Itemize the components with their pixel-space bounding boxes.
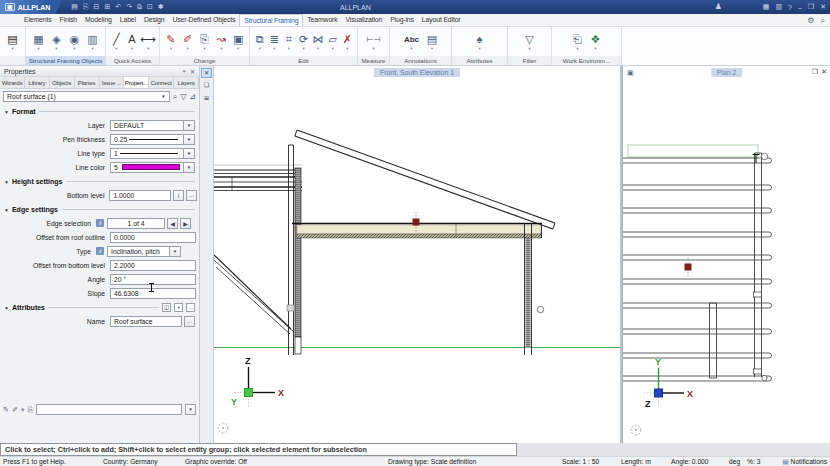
tab-connect[interactable]: Connect xyxy=(149,77,174,88)
distribute-icon[interactable]: ≣▼ xyxy=(268,32,282,51)
status-percent[interactable]: %: 3 xyxy=(747,458,760,465)
edge-selection-input[interactable]: 1 of 4 xyxy=(107,218,165,229)
view-float-button[interactable]: ❏ xyxy=(201,81,212,91)
modify-curve-icon[interactable]: ↝▼ xyxy=(213,32,229,51)
viewport-maximize-icon[interactable]: ❐ xyxy=(812,68,818,76)
section-edge-settings[interactable]: ▼Edge settings xyxy=(0,203,199,216)
status-angle-unit[interactable]: deg xyxy=(729,458,740,465)
pen-dropdown-button[interactable]: ▼ xyxy=(184,134,195,145)
minimize-button[interactable]: – xyxy=(798,4,802,11)
elevation-drawing[interactable]: Z X Y xyxy=(214,66,620,443)
stretch-icon[interactable]: ▱▼ xyxy=(326,32,340,51)
truss-icon[interactable]: ◉▼ xyxy=(66,32,83,51)
attributes-grid-button[interactable]: ◫ xyxy=(162,303,171,312)
tab-issue[interactable]: Issue ... xyxy=(100,77,125,88)
view-close-button[interactable]: ✕ xyxy=(201,68,212,78)
filter-icon[interactable]: ▽ xyxy=(180,92,186,101)
selected-point-marker[interactable] xyxy=(685,264,692,271)
name-more-button[interactable]: … xyxy=(184,316,195,327)
slope-input[interactable]: 46.6308 xyxy=(110,288,196,299)
text-icon[interactable]: A▼ xyxy=(125,32,140,51)
match-properties-icon[interactable]: ✐▼ xyxy=(180,32,196,51)
tab-wizards[interactable]: Wizards xyxy=(0,77,25,88)
text-abc-icon[interactable]: Abc▼ xyxy=(401,32,423,51)
viewport-elevation[interactable]: Front, South Elevation 1 xyxy=(214,66,620,443)
level-pick-icon[interactable]: ↨ xyxy=(173,190,184,201)
handle-point[interactable] xyxy=(537,306,543,312)
tab-label[interactable]: Label xyxy=(116,14,140,26)
handle-point[interactable] xyxy=(762,375,767,380)
pin-icon[interactable]: ⌖ xyxy=(183,68,186,75)
viewport-title[interactable]: Plan 2 xyxy=(711,68,743,77)
view-dock-button[interactable]: ⊞ xyxy=(201,94,212,104)
legend-icon[interactable]: ▤▼ xyxy=(424,32,441,51)
type-select[interactable]: Inclination, pitch xyxy=(107,246,170,257)
bottom-level-more-button[interactable]: … xyxy=(186,190,197,201)
tab-visualization[interactable]: Visualization xyxy=(342,14,387,26)
undo-icon[interactable]: ↶ xyxy=(115,3,121,11)
align-icon[interactable]: ⌗▼ xyxy=(282,32,296,51)
status-country[interactable]: Country: Germany xyxy=(103,458,158,465)
line-color-select[interactable]: 5 xyxy=(110,162,184,173)
delete-icon[interactable]: ✗▼ xyxy=(340,32,354,51)
tools-icon[interactable]: ✱ xyxy=(158,3,164,11)
open-icon[interactable]: ⎘ xyxy=(83,3,89,11)
attributes-more-button[interactable]: … xyxy=(186,303,195,312)
steel-framing-icon[interactable]: ▦▼ xyxy=(30,32,47,51)
restore-button[interactable]: ❐ xyxy=(808,3,814,11)
edge-prev-button[interactable]: ◀ xyxy=(167,218,178,229)
offset-roof-input[interactable]: 0.0000 xyxy=(110,232,196,243)
attributes-tag-icon[interactable]: ♠▼ xyxy=(471,32,488,51)
filter-funnel-icon[interactable]: ▽▼ xyxy=(521,32,538,51)
user-account-icon[interactable]: ♟ xyxy=(715,3,722,11)
paste-icon[interactable]: ⊡ xyxy=(147,3,153,11)
tab-planes[interactable]: Planes xyxy=(75,77,100,88)
draw-line-icon[interactable]: ╱▼ xyxy=(109,32,124,51)
copy-icon[interactable]: ⧉ xyxy=(137,3,142,11)
edit-pen-icon[interactable]: ✎▼ xyxy=(163,32,179,51)
tab-structural-framing[interactable]: Structural Framing xyxy=(239,14,303,26)
selected-point-marker[interactable] xyxy=(413,219,420,226)
transfer-icon[interactable]: ⎘▼ xyxy=(197,32,213,51)
status-angle[interactable]: Angle: 0.000 xyxy=(671,458,709,465)
modify-beam-icon[interactable]: ▣▼ xyxy=(230,32,246,51)
handle-point[interactable] xyxy=(761,153,767,159)
tab-layout-editor[interactable]: Layout Editor xyxy=(418,14,465,26)
tab-design[interactable]: Design xyxy=(140,14,169,26)
tab-modeling[interactable]: Modeling xyxy=(81,14,116,26)
line-type-dropdown-button[interactable]: ▼ xyxy=(184,148,195,159)
line-color-dropdown-button[interactable]: ▼ xyxy=(184,162,195,173)
status-graphic-override[interactable]: Graphic override: Off xyxy=(185,458,247,465)
screen-icon[interactable]: ▦ xyxy=(763,3,770,11)
offset-bottom-input[interactable]: 2.2000 xyxy=(110,260,196,271)
search-icon[interactable]: ⌕ xyxy=(173,92,177,101)
tab-layers[interactable]: Layers xyxy=(174,77,199,88)
redo-icon[interactable]: ↷ xyxy=(126,3,132,11)
viewport-close-icon[interactable]: ✕ xyxy=(821,68,827,76)
search-icon[interactable]: ⌕ xyxy=(821,16,825,25)
close-palette-icon[interactable]: ✕ xyxy=(190,68,195,75)
type-dropdown-button[interactable]: ▼ xyxy=(170,246,181,257)
tab-library[interactable]: Library xyxy=(25,77,50,88)
tab-plug-ins[interactable]: Plug-ins xyxy=(386,14,418,26)
viewport-menu-icon[interactable]: ▣ xyxy=(627,69,634,77)
line-type-select[interactable]: 1 xyxy=(110,148,184,159)
help-icon[interactable]: ? xyxy=(788,4,792,11)
tab-finish[interactable]: Finish xyxy=(56,14,81,26)
save-icon[interactable]: ⊟ xyxy=(94,3,100,11)
mirror-icon[interactable]: ⋈▼ xyxy=(311,32,325,51)
status-drawing-type[interactable]: Drawing type: Scale definition xyxy=(388,458,476,465)
close-button[interactable]: ✕ xyxy=(820,3,826,11)
project-icon[interactable]: ▤ xyxy=(71,3,78,11)
duplicate-icon[interactable]: ⧉▼ xyxy=(253,32,267,51)
tab-properties[interactable]: Propert... xyxy=(124,77,149,88)
plan-drawing[interactable]: Y X Z xyxy=(623,66,830,443)
tab-elements[interactable]: Elements xyxy=(20,14,56,26)
viewport-title[interactable]: Front, South Elevation 1 xyxy=(374,68,460,77)
quick-filter-dropdown[interactable]: ▼ xyxy=(185,404,196,415)
pick-point-icon[interactable]: ⌖ xyxy=(21,406,25,414)
palette-launcher-icon[interactable]: ▤▼ xyxy=(4,32,21,51)
shop-cart-icon[interactable]: ▥ xyxy=(775,3,782,11)
quick-filter-input[interactable] xyxy=(36,404,182,415)
match-element-icon[interactable]: ✐ xyxy=(12,406,18,414)
